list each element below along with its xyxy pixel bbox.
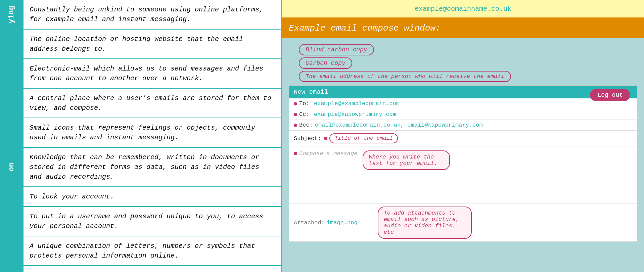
subject-field-label: Subject:: [294, 135, 321, 142]
email-window-header: New email: [289, 86, 637, 98]
row-label-3: [0, 59, 23, 88]
row-def-6: Knowledge that can be remembered, writte…: [23, 148, 281, 186]
bcc-bubble: Blind carbon copy: [299, 44, 374, 55]
table-row: Nonsense or junk emails, used for advert…: [0, 266, 281, 272]
attached-value: image.png: [327, 220, 358, 226]
cc-annotation-row: Carbon copy: [299, 57, 637, 69]
email-cc-field: Cc: example@kapowprimary.com: [289, 109, 637, 120]
row-def-9: A unique combination of letters, numbers…: [23, 236, 281, 265]
email-attached-field: Attached: image.png To add attachments t…: [289, 203, 637, 241]
bcc-label: Bcc:: [299, 122, 313, 128]
right-wrapper: example@domainname.co.uk Example email c…: [282, 0, 644, 242]
row-def-8: To put in a username and password unique…: [23, 207, 281, 236]
cc-bubble: Carbon copy: [299, 57, 352, 69]
table-row: A unique combination of letters, numbers…: [0, 236, 281, 266]
left-panel: ying Constantly being unkind to someone …: [0, 0, 282, 272]
row-def-2: The online location or hosting website t…: [23, 30, 281, 58]
to-label: To:: [299, 100, 312, 107]
row-label-5: [0, 118, 23, 147]
cc-label: Cc:: [299, 111, 312, 118]
logout-button[interactable]: Log out: [590, 89, 630, 101]
compose-placeholder: Compose a message: [299, 150, 357, 157]
bcc-annotation-row: Blind carbon copy: [299, 44, 637, 55]
row-def-3: Electronic-mail which allows us to send …: [23, 59, 281, 88]
row-label-9: [0, 236, 23, 265]
table-row: on Knowledge that can be remembered, wri…: [0, 148, 281, 187]
email-bcc-field: Bcc: email@exampledomain.co.uk, email@ka…: [289, 120, 637, 131]
attachment-description-bubble: To add attachments to email such as pict…: [378, 207, 472, 239]
bcc-value: email@exampledomain.co.uk, email@kapowpr…: [315, 122, 483, 128]
to-dot-icon: [294, 102, 297, 105]
cc-value: example@kapowprimary.com: [314, 111, 396, 118]
compose-header: Example email compose window:: [282, 18, 644, 38]
row-def-7: To lock your account.: [23, 187, 281, 206]
table-row: The online location or hosting website t…: [0, 30, 281, 59]
email-compose-message-area[interactable]: Compose a message Where you write the te…: [289, 146, 637, 203]
email-address-display: example@domainname.co.uk: [415, 5, 511, 13]
row-def-4: A central place where a user's emails ar…: [23, 89, 281, 118]
compose-description-bubble: Where you write the text for your email.: [363, 150, 450, 170]
row-def-5: Small icons that represent feelings or o…: [23, 118, 281, 147]
table-row: Small icons that represent feelings or o…: [0, 118, 281, 148]
annotations-top: Blind carbon copy Carbon copy The email …: [299, 44, 637, 82]
row-label-4: [0, 89, 23, 118]
to-annotation-row: The email address of the person who will…: [299, 71, 637, 82]
table-row: ying Constantly being unkind to someone …: [0, 0, 281, 30]
table-row: Electronic-mail which allows us to send …: [0, 59, 281, 89]
row-def-1: Constantly being unkind to someone using…: [23, 0, 281, 29]
email-address-bar: example@domainname.co.uk: [282, 0, 644, 18]
email-window: Log out New email To: example@exampledom…: [289, 85, 637, 242]
row-label-8: [0, 207, 23, 236]
row-label-6: on: [0, 148, 23, 186]
email-to-field: To: example@exampledomain.com: [289, 98, 637, 109]
subject-title-bubble: Title of the email: [329, 133, 398, 143]
subject-dot-icon: [324, 137, 327, 140]
row-def-10: Nonsense or junk emails, used for advert…: [23, 266, 281, 272]
row-label-1: ying: [0, 0, 23, 29]
table-row: To lock your account.: [0, 187, 281, 207]
email-subject-field: Subject: Title of the email: [289, 131, 637, 146]
row-label-10: [0, 266, 23, 272]
right-panel: example@domainname.co.uk Example email c…: [282, 0, 644, 272]
attached-label: Attached:: [294, 220, 325, 226]
to-description-bubble: The email address of the person who will…: [299, 71, 511, 82]
row-label-7: [0, 187, 23, 206]
compose-dot-icon: [294, 152, 297, 155]
bcc-dot-icon: [294, 124, 297, 127]
row-label-2: [0, 30, 23, 58]
table-row: To put in a username and password unique…: [0, 207, 281, 236]
compose-area: Blind carbon copy Carbon copy The email …: [282, 38, 644, 242]
to-value: example@exampledomain.com: [314, 100, 400, 107]
cc-dot-icon: [294, 113, 297, 116]
main-layout: ying Constantly being unkind to someone …: [0, 0, 644, 272]
table-row: A central place where a user's emails ar…: [0, 89, 281, 118]
